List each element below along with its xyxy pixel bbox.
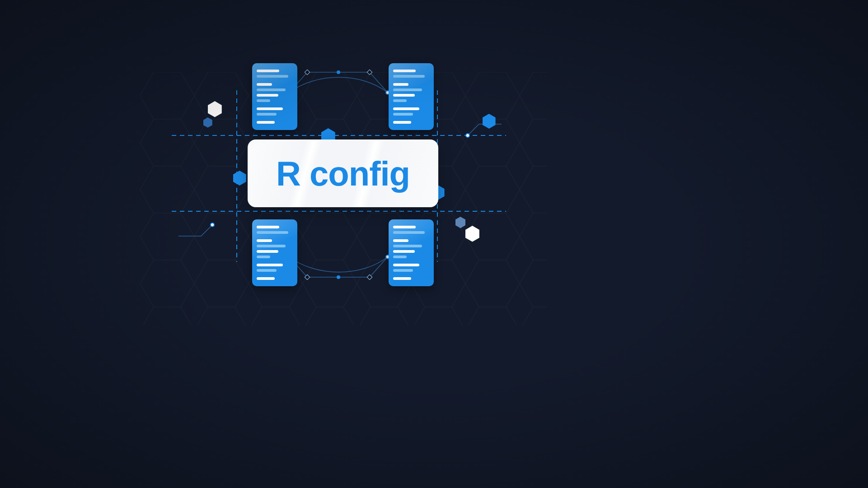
hexagon-icon [465,226,479,242]
hexagon-icon [483,114,496,129]
hexagon-icon [208,101,222,117]
floating-hexagons [0,0,868,488]
central-card: R config [248,139,438,207]
central-title: R config [276,154,410,193]
diagram-stage: .dash{stroke:#1b8ae6;stroke-width:2;stro… [0,0,868,488]
hexagon-icon [203,117,212,128]
hexagon-icon [233,171,246,186]
hexagon-icon [455,217,465,228]
